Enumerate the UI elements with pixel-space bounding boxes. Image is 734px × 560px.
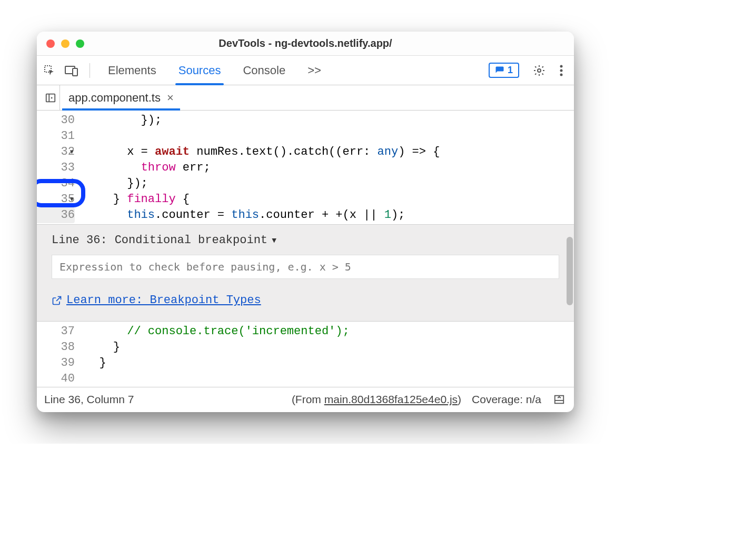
code-line[interactable]: }); bbox=[85, 113, 574, 128]
code-line[interactable]: } bbox=[85, 339, 574, 355]
line-number[interactable]: 30 bbox=[37, 113, 75, 128]
line-number[interactable]: 40 bbox=[37, 371, 75, 387]
minimize-window-button[interactable] bbox=[61, 39, 70, 48]
file-tab-active[interactable]: app.component.ts × bbox=[60, 85, 182, 110]
device-toolbar-icon[interactable] bbox=[64, 63, 79, 78]
fold-icon[interactable]: ▼ bbox=[70, 192, 74, 207]
tab-sources[interactable]: Sources bbox=[171, 56, 229, 85]
scrollbar-thumb[interactable] bbox=[567, 237, 573, 305]
code-line[interactable]: // console.trace('incremented'); bbox=[85, 324, 574, 339]
statusbar: Line 36, Column 7 (From main.80d1368fa12… bbox=[37, 387, 574, 412]
svg-point-6 bbox=[560, 73, 563, 76]
maximize-window-button[interactable] bbox=[76, 39, 84, 48]
line-number[interactable]: 37 bbox=[37, 324, 75, 339]
file-tab-name: app.component.ts bbox=[68, 91, 161, 105]
line-number[interactable]: 31 bbox=[37, 128, 75, 144]
line-number[interactable]: 38 bbox=[37, 339, 75, 355]
traffic-lights bbox=[37, 39, 84, 48]
sourcemap-link[interactable]: main.80d1368fa125e4e0.js bbox=[324, 393, 458, 405]
code-line[interactable]: this.counter = this.counter + +(x || 1); bbox=[85, 207, 574, 223]
navigator-toggle-icon[interactable] bbox=[41, 85, 60, 110]
fold-icon[interactable]: ▼ bbox=[70, 144, 74, 160]
file-tab-bar: app.component.ts × bbox=[37, 85, 574, 111]
close-tab-icon[interactable]: × bbox=[167, 91, 174, 105]
breakpoint-inline-widget: Line 36: Conditional breakpoint ▾ Learn … bbox=[37, 224, 574, 322]
code-line[interactable]: } bbox=[85, 355, 574, 371]
svg-rect-2 bbox=[73, 68, 77, 76]
issues-count: 1 bbox=[508, 65, 513, 76]
line-gutter[interactable]: 303132▼333435▼36 bbox=[37, 111, 85, 223]
cursor-position: Line 36, Column 7 bbox=[44, 393, 134, 406]
code-line[interactable] bbox=[85, 371, 574, 387]
tabs-overflow[interactable]: >> bbox=[300, 56, 329, 85]
breakpoint-line-label: Line 36: bbox=[52, 234, 107, 247]
window-title: DevTools - ng-devtools.netlify.app/ bbox=[37, 37, 574, 49]
svg-point-5 bbox=[560, 69, 563, 72]
titlebar: DevTools - ng-devtools.netlify.app/ bbox=[37, 32, 574, 56]
code-area[interactable]: }); x = await numRes.text().catch((err: … bbox=[85, 111, 574, 223]
code-editor[interactable]: 303132▼333435▼36 }); x = await numRes.te… bbox=[37, 111, 574, 387]
code-line[interactable]: throw err; bbox=[85, 160, 574, 176]
code-line[interactable]: x = await numRes.text().catch((err: any)… bbox=[85, 144, 574, 160]
breakpoint-type-select[interactable]: Conditional breakpoint ▾ bbox=[115, 233, 278, 247]
code-line[interactable]: } finally { bbox=[85, 192, 574, 207]
settings-icon[interactable] bbox=[532, 63, 547, 78]
line-number[interactable]: 33 bbox=[37, 160, 75, 176]
line-number[interactable]: 34 bbox=[37, 176, 75, 192]
svg-point-4 bbox=[560, 65, 563, 67]
line-number[interactable]: 39 bbox=[37, 355, 75, 371]
show-drawer-icon[interactable] bbox=[552, 392, 567, 407]
line-number[interactable]: 32▼ bbox=[37, 144, 75, 160]
code-line[interactable]: }); bbox=[85, 176, 574, 192]
code-area[interactable]: // console.trace('incremented'); } } bbox=[85, 322, 574, 387]
svg-point-3 bbox=[538, 69, 541, 72]
coverage-info: Coverage: n/a bbox=[472, 393, 541, 406]
line-number[interactable]: 35▼ bbox=[37, 192, 75, 207]
main-toolbar: Elements Sources Console >> 1 bbox=[37, 56, 574, 85]
tab-console[interactable]: Console bbox=[235, 56, 293, 85]
code-line[interactable] bbox=[85, 128, 574, 144]
sourcemap-info: (From main.80d1368fa125e4e0.js) bbox=[292, 393, 461, 406]
tab-elements[interactable]: Elements bbox=[101, 56, 164, 85]
more-menu-icon[interactable] bbox=[554, 63, 569, 78]
learn-more-text: Learn more: Breakpoint Types bbox=[66, 294, 261, 307]
close-window-button[interactable] bbox=[46, 39, 55, 48]
line-number[interactable]: 36 bbox=[37, 207, 75, 223]
chevron-down-icon: ▾ bbox=[271, 233, 277, 247]
editor-columns: 303132▼333435▼36 }); x = await numRes.te… bbox=[37, 111, 574, 387]
inspect-element-icon[interactable] bbox=[42, 63, 57, 78]
svg-rect-7 bbox=[46, 94, 55, 102]
line-gutter[interactable]: 37383940 bbox=[37, 322, 85, 387]
devtools-window: DevTools - ng-devtools.netlify.app/ Elem… bbox=[37, 32, 574, 412]
breakpoint-type-label: Conditional breakpoint bbox=[115, 234, 267, 247]
breakpoint-condition-input[interactable] bbox=[52, 255, 559, 279]
toolbar-divider bbox=[90, 63, 90, 78]
issues-badge[interactable]: 1 bbox=[489, 63, 519, 78]
learn-more-link[interactable]: Learn more: Breakpoint Types bbox=[52, 294, 261, 307]
